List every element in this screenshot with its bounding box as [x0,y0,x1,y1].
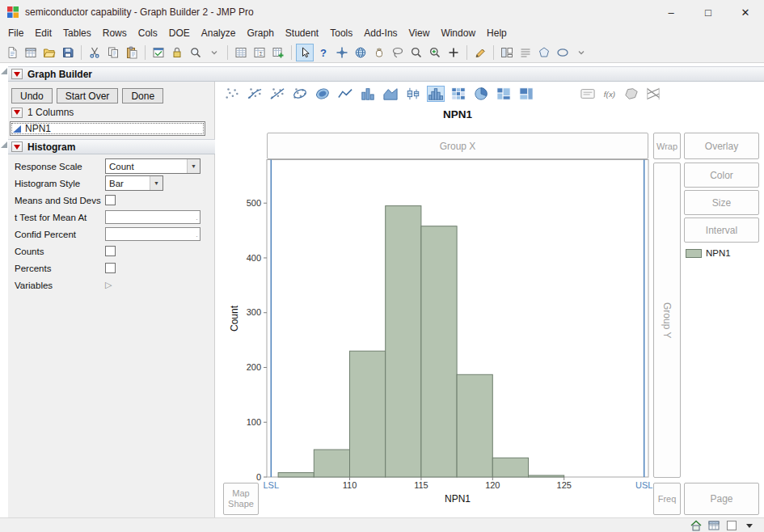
drop-zone-group-y[interactable]: Group Y [653,163,681,478]
menu-help[interactable]: Help [481,25,513,41]
data-table-status-icon[interactable] [707,519,720,532]
outline-disclosure-graph-builder-icon[interactable] [1,68,7,74]
menu-window[interactable]: Window [435,25,481,41]
cut-icon[interactable] [86,44,103,61]
confid-percent-input[interactable]: · [105,227,200,241]
drop-zone-color[interactable]: Color [684,163,759,188]
paste-icon[interactable] [123,44,141,61]
globe-tool-icon[interactable] [352,44,369,61]
plus-tool-icon[interactable] [445,44,462,61]
magnifier-tool-icon[interactable] [407,44,425,61]
layout-boxes-icon[interactable] [498,44,516,61]
drop-zone-wrap[interactable]: Wrap [653,133,681,159]
help-tool-icon[interactable]: ? [314,44,332,61]
menu-edit[interactable]: Edit [29,25,57,41]
done-button[interactable]: Done [122,88,163,103]
home-window-icon[interactable] [690,519,703,532]
drop-zone-map-shape[interactable]: Map Shape [223,483,259,515]
data-grid-icon[interactable] [232,44,250,61]
open-icon[interactable] [40,44,58,61]
search-icon[interactable] [187,44,205,61]
caret-down-icon[interactable] [743,519,756,532]
histogram-icon[interactable] [427,86,445,102]
bar-icon[interactable] [359,86,377,102]
histogram-style-select[interactable]: Bar▼ [105,175,163,191]
close-button[interactable]: ✕ [727,0,764,24]
annotate-pencil-icon[interactable] [471,44,489,61]
formula-icon[interactable]: f(x) [601,86,618,102]
line-of-fit-icon[interactable] [268,86,286,102]
zoom-in-tool-icon[interactable] [426,44,444,61]
summary-grid-icon[interactable]: Σ [251,44,268,61]
save-icon[interactable] [59,44,77,61]
plot-area[interactable]: LSLUSL1101151201250100200300400500NPN1Co… [226,159,667,509]
column-item-npn1[interactable]: NPN1 [11,122,205,135]
legend-item[interactable]: NPN1 [686,248,731,258]
menu-rows[interactable]: Rows [97,25,133,41]
text-lines-icon[interactable] [517,44,534,61]
parallel-icon[interactable] [644,86,662,102]
outline-disclosure-histogram-icon[interactable] [1,141,7,148]
means-and-std-devs-checkbox[interactable] [105,195,116,205]
ellipse-icon[interactable] [291,86,309,102]
start-over-button[interactable]: Start Over [57,88,119,103]
drop-zone-freq[interactable]: Freq [653,483,681,515]
percents-checkbox[interactable] [105,263,116,273]
new-journal-icon[interactable] [3,44,21,61]
menu-tables[interactable]: Tables [57,25,97,41]
mosaic-icon[interactable] [495,86,513,102]
oval-shape-icon[interactable] [554,44,572,61]
variables-disclosure-icon[interactable]: ▷ [105,280,112,290]
line-icon[interactable] [336,86,354,102]
polygon-shape-icon[interactable] [535,44,553,61]
smoother-icon[interactable] [246,86,264,102]
response-scale-select[interactable]: Count▼ [105,158,200,174]
menu-graph[interactable]: Graph [241,25,279,41]
menu-view[interactable]: View [403,25,436,41]
maximize-button[interactable]: □ [690,0,727,24]
panel-button-row: Undo Start Over Done [11,88,163,103]
menu-file[interactable]: File [2,25,29,41]
t-test-for-mean-at-input[interactable]: · [105,210,200,224]
crosshair-tool-icon[interactable] [333,44,351,61]
counts-checkbox[interactable] [105,246,116,256]
lock-icon[interactable] [168,44,186,61]
new-data-table-icon[interactable] [22,44,40,61]
drop-zone-interval[interactable]: Interval [684,217,759,243]
caption-box-icon[interactable] [579,86,597,102]
status-bar [0,517,764,532]
area-icon[interactable] [382,86,399,102]
box-plot-icon[interactable] [404,86,422,102]
pie-icon[interactable] [472,86,490,102]
selection-arrow-tool-icon[interactable] [296,44,314,61]
treemap-icon[interactable] [517,86,535,102]
grabber-hand-tool-icon[interactable] [370,44,388,61]
drop-zone-overlay[interactable]: Overlay [684,133,759,159]
drop-zone-size[interactable]: Size [684,190,759,215]
grid-plus-icon[interactable] [269,44,287,61]
toolbar-overflow-icon[interactable] [205,44,223,61]
points-icon[interactable] [223,86,241,102]
undo-button[interactable]: Undo [11,88,53,103]
menu-tools[interactable]: Tools [324,25,358,41]
minimize-button[interactable]: – [652,0,690,24]
map-shapes-icon[interactable] [623,86,640,102]
lasso-tool-icon[interactable] [389,44,407,61]
menu-add-ins[interactable]: Add-Ins [358,25,403,41]
red-triangle-menu-columns-icon[interactable] [11,108,23,118]
menu-doe[interactable]: DOE [163,25,196,41]
menu-analyze[interactable]: Analyze [196,25,242,41]
menu-cols[interactable]: Cols [133,25,163,41]
red-triangle-menu-histogram-icon[interactable] [11,141,23,152]
heatmap-icon[interactable] [450,86,467,102]
columns-section-header: 1 Columns [11,107,74,118]
contour-icon[interactable] [314,86,331,102]
report-window-icon[interactable] [150,44,167,61]
drop-zone-group-x[interactable]: Group X [267,133,648,159]
copy-icon[interactable] [104,44,122,61]
menu-student[interactable]: Student [280,25,324,41]
red-triangle-menu-graph-builder-icon[interactable] [11,69,23,79]
toolbar-overflow-icon[interactable] [572,44,590,61]
drop-zone-page[interactable]: Page [684,483,759,515]
blank-window-icon[interactable] [725,519,738,532]
